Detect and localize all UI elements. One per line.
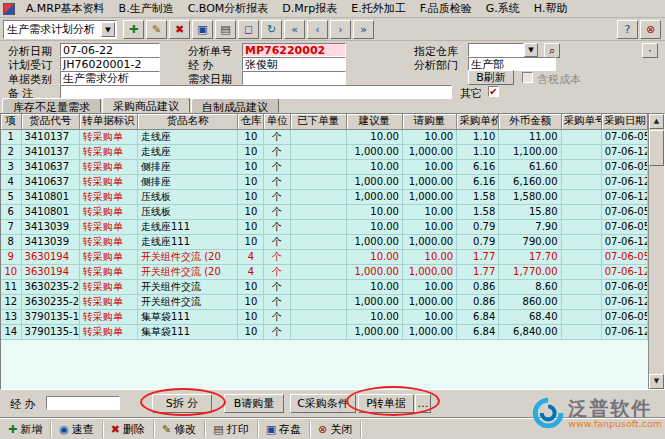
grid-cell[interactable]: 转采购单 [79, 279, 137, 294]
grid-cell[interactable]: 集草袋111 [138, 324, 238, 339]
grid-cell[interactable] [290, 174, 346, 189]
grid-cell[interactable]: 个 [264, 219, 290, 234]
grid-cell[interactable] [290, 309, 346, 324]
grid-cell[interactable]: 个 [264, 189, 290, 204]
grid-cell[interactable]: 转采购单 [79, 204, 137, 219]
grid-cell[interactable] [290, 264, 346, 279]
column-header-12[interactable]: 采购日期 [601, 114, 647, 129]
grid-cell[interactable]: 0.86 [457, 294, 499, 309]
grid-cell[interactable]: 转采购单 [79, 264, 137, 279]
warehouse-field[interactable] [468, 43, 524, 57]
grid-cell[interactable] [290, 144, 346, 159]
grid-cell[interactable]: 4 [1, 174, 21, 189]
grid-cell[interactable]: 10 [238, 234, 264, 249]
grid-cell[interactable]: 10 [238, 204, 264, 219]
grid-cell[interactable]: 6.16 [457, 174, 499, 189]
grid-cell[interactable]: 压线板 [138, 189, 238, 204]
grid-cell[interactable]: 0.86 [457, 279, 499, 294]
grid-cell[interactable] [561, 129, 601, 144]
grid-cell[interactable] [290, 249, 346, 264]
grid-cell[interactable]: 个 [264, 249, 290, 264]
menu-item-3[interactable]: C.BOM分析报表 [181, 0, 276, 17]
grid-cell[interactable]: 6.16 [457, 159, 499, 174]
statusbar-save-button[interactable]: ▣存盘 [258, 421, 310, 438]
column-header-2[interactable]: 转单据标识 [79, 114, 137, 129]
dept-field[interactable] [468, 57, 556, 71]
prev-record-icon[interactable]: ‹ [307, 20, 328, 39]
grid-cell[interactable]: 3410137 [21, 144, 79, 159]
column-header-1[interactable]: 货品代号 [21, 114, 79, 129]
grid-cell[interactable]: 走线座111 [138, 234, 238, 249]
grid-cell[interactable] [290, 324, 346, 339]
grid-cell[interactable] [561, 189, 601, 204]
refresh-button[interactable]: B刷新 [468, 70, 514, 85]
grid-cell[interactable]: 1,000.00 [402, 174, 456, 189]
grid-cell[interactable]: 1,000.00 [346, 189, 402, 204]
grid-cell[interactable]: 13 [1, 309, 21, 324]
grid-cell[interactable]: 个 [264, 174, 290, 189]
grid-cell[interactable]: 1,580.00 [499, 189, 561, 204]
grid-cell[interactable]: 开关组件交流 (20 [138, 249, 238, 264]
plan-order-field[interactable] [60, 57, 160, 71]
grid-cell[interactable]: 14 [1, 324, 21, 339]
grid-cell[interactable]: 3790135-1 [21, 309, 79, 324]
grid-cell[interactable]: 15.80 [499, 204, 561, 219]
grid-cell[interactable]: 1,000.00 [346, 174, 402, 189]
grid-cell[interactable] [290, 204, 346, 219]
column-header-6[interactable]: 已下单量 [290, 114, 346, 129]
statusbar-print-button[interactable]: ▤打印 [205, 421, 257, 438]
grid-cell[interactable] [561, 324, 601, 339]
grid-cell[interactable] [290, 159, 346, 174]
more-button[interactable]: … [415, 394, 431, 413]
grid-cell[interactable]: 1,000.00 [346, 264, 402, 279]
grid-cell[interactable]: 6.84 [457, 324, 499, 339]
grid-cell[interactable]: 61.60 [499, 159, 561, 174]
column-header-4[interactable]: 仓库 [238, 114, 264, 129]
column-header-9[interactable]: 采购单价 [457, 114, 499, 129]
doc-class-field[interactable] [60, 71, 160, 85]
grid-cell[interactable]: 开关组件交流 (20 [138, 264, 238, 279]
statusbar-delete-button[interactable]: ✖删除 [103, 421, 154, 438]
grid-cell[interactable]: 10 [238, 324, 264, 339]
column-header-11[interactable]: 采购单号 [561, 114, 601, 129]
grid-cell[interactable] [561, 234, 601, 249]
purchase-condition-button[interactable]: C采购条件 [290, 394, 356, 413]
grid-cell[interactable]: 07-06-05 [601, 159, 647, 174]
grid-cell[interactable]: 6.84 [457, 309, 499, 324]
grid-cell[interactable]: 1,000.00 [402, 234, 456, 249]
grid-cell[interactable] [561, 249, 601, 264]
grid-cell[interactable]: 1.10 [457, 144, 499, 159]
grid-cell[interactable]: 3630235-2 [21, 294, 79, 309]
grid-cell[interactable]: 4 [238, 249, 264, 264]
grid-cell[interactable]: 2 [1, 144, 21, 159]
grid-cell[interactable]: 07-06-05 [601, 309, 647, 324]
column-header-0[interactable]: 项 [1, 114, 21, 129]
tab-selfmade-suggestion[interactable]: 自制成品建议 [191, 98, 279, 113]
transfer-doc-button[interactable]: P转单据 [358, 394, 414, 413]
grid-cell[interactable] [561, 144, 601, 159]
menu-item-6[interactable]: F.品质检验 [413, 0, 479, 17]
grid-cell[interactable]: 10.00 [402, 204, 456, 219]
grid-cell[interactable] [561, 279, 601, 294]
refresh-icon[interactable]: ↻ [261, 20, 282, 39]
grid-cell[interactable]: 3410801 [21, 204, 79, 219]
tab-stock-shortage[interactable]: 库存不足量需求 [2, 98, 101, 113]
grid-cell[interactable]: 10.00 [346, 309, 402, 324]
grid-cell[interactable] [561, 264, 601, 279]
grid-cell[interactable]: 07-06-05 [601, 279, 647, 294]
grid-cell[interactable]: 1,000.00 [346, 144, 402, 159]
grid-cell[interactable]: 10.00 [346, 279, 402, 294]
grid-cell[interactable]: 个 [264, 129, 290, 144]
grid-cell[interactable]: 10.00 [346, 129, 402, 144]
grid-cell[interactable]: 790.00 [499, 234, 561, 249]
next-record-icon[interactable]: › [330, 20, 351, 39]
grid-cell[interactable]: 1,100.00 [499, 144, 561, 159]
grid-cell[interactable]: 转采购单 [79, 219, 137, 234]
grid-cell[interactable]: 10 [1, 264, 21, 279]
grid-cell[interactable]: 10.00 [402, 249, 456, 264]
statusbar-quick-find-button[interactable]: ◉速查 [51, 421, 103, 438]
exit-icon[interactable]: ⊗ [640, 20, 661, 39]
grid-cell[interactable]: 个 [264, 264, 290, 279]
delete-icon[interactable]: ✖ [169, 20, 190, 39]
grid-cell[interactable]: 8.60 [499, 279, 561, 294]
